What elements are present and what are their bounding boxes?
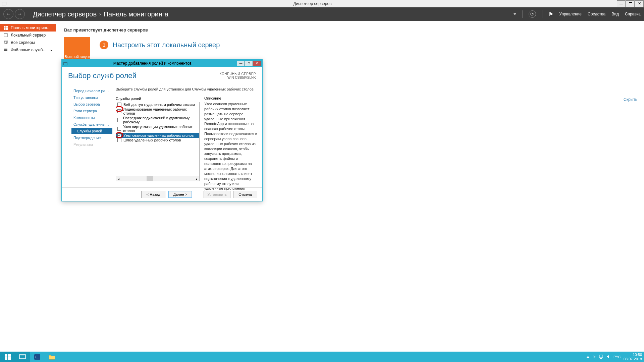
role-label: Посредник подключений к удаленному рабоч… [123,116,198,124]
chevron-right-icon: › [99,11,101,17]
taskbar-item-powershell[interactable]: ›_ [30,352,45,362]
sidebar-item-label: Локальный сервер [11,33,46,38]
menu-manage[interactable]: Управление [559,12,582,16]
tray-flag-icon[interactable]: 🏳 [592,355,596,359]
wizard-step-server-roles[interactable]: Роли сервера [71,108,112,114]
os-window-title: Диспетчер серверов [8,1,617,6]
wizard-step-results: Результаты [71,141,112,147]
folder-icon [48,354,56,360]
nav-back-button[interactable]: ← [3,9,13,19]
scroll-right-icon[interactable]: ▸ [194,177,199,181]
scroll-left-icon[interactable]: ◂ [116,177,121,181]
tray-network-icon[interactable] [599,354,603,360]
svg-rect-8 [5,41,7,43]
wizard-step-features[interactable]: Компоненты [71,115,112,121]
wizard-step-server-selection[interactable]: Выбор сервера [71,101,112,107]
step-number-badge: 1 [100,41,108,49]
checkbox-icon[interactable]: ✔ [117,133,121,137]
svg-rect-12 [5,354,7,357]
role-item-gateway[interactable]: Шлюз удаленных рабочих столов [116,138,199,142]
dest-server-name: WIN-C99I5IVSLNK [220,76,256,79]
svg-rect-10 [4,50,7,51]
configure-local-server-link[interactable]: Настроить этот локальный сервер [112,41,220,49]
os-minimize-button[interactable]: — [617,0,626,7]
nav-forward-button[interactable]: → [15,9,25,19]
wizard-steps-nav: Перед началом работы Тип установки Выбор… [62,85,112,187]
quick-start-tile: Быстрый запуск [64,37,90,59]
os-titlebar: Диспетчер серверов — 🗖 ✕ [0,0,644,7]
role-label: Узел сеансов удаленных рабочих столов [123,133,194,137]
start-button[interactable] [0,352,15,362]
role-item-virtualization-host[interactable]: Узел виртуализации удаленных рабочих сто… [116,124,199,133]
role-label: Лицензирование удаленных рабочих столов [123,107,198,115]
role-item-web-access[interactable]: Веб-доступ к удаленным рабочим столам [116,102,199,107]
description-text: Узел сеансов удаленных рабочих столов по… [204,102,257,196]
scroll-thumb[interactable] [147,176,153,181]
separator [542,10,542,18]
svg-rect-20 [599,355,603,358]
tray-clock[interactable]: 10:50 03.07.2018 [624,353,642,361]
powershell-icon: ›_ [34,354,41,360]
sidebar-item-label: Все серверы [11,40,35,45]
taskbar-item-explorer[interactable] [45,352,59,362]
checkbox-icon[interactable] [117,127,121,131]
role-label: Веб-доступ к удаленным рабочим столам [123,103,195,107]
checkbox-icon[interactable] [117,103,121,107]
os-close-button[interactable]: ✕ [635,0,644,7]
quick-start-label: Быстрый запуск [65,55,90,59]
menu-help[interactable]: Справка [625,12,641,16]
tray-date: 03.07.2018 [624,357,642,361]
svg-rect-11 [64,62,67,65]
os-maximize-button[interactable]: 🗖 [626,0,635,7]
wizard-maximize-button[interactable]: □ [245,61,253,66]
role-label: Шлюз удаленных рабочих столов [123,138,181,142]
sidebar-item-all-servers[interactable]: Все серверы [0,39,56,46]
file-services-icon [3,48,8,52]
wizard-next-button[interactable]: Далее > [168,191,192,198]
tray-language[interactable]: РУС [613,355,621,359]
role-item-licensing[interactable]: ✔ Лицензирование удаленных рабочих столо… [116,107,199,116]
taskbar-item-server-manager[interactable] [15,352,30,362]
menu-view[interactable]: Вид [611,12,619,16]
add-roles-wizard: Мастер добавления ролей и компонентов — … [61,59,263,201]
flag-icon[interactable]: ⚑ [548,11,553,17]
role-label: Узел виртуализации удаленных рабочих сто… [123,125,198,133]
separator [522,10,523,18]
checkbox-icon[interactable] [117,118,121,122]
tray-overflow-icon[interactable] [586,356,590,358]
server-icon [3,33,8,38]
roles-horizontal-scrollbar[interactable]: ◂ ▸ [116,176,200,181]
role-item-connection-broker[interactable]: Посредник подключений к удаленному рабоч… [116,116,199,124]
svg-rect-14 [5,357,7,360]
hide-link[interactable]: Скрыть [624,97,637,102]
tray-volume-icon[interactable] [606,354,611,360]
wizard-icon [63,61,68,66]
wizard-step-before-you-begin[interactable]: Перед началом работы [71,88,112,94]
wizard-step-rds[interactable]: Службы удаленных рабо... [71,121,112,127]
menu-tools[interactable]: Средства [588,12,605,16]
checkbox-icon[interactable] [117,138,121,142]
wizard-minimize-button[interactable]: — [237,61,245,66]
breadcrumb: Диспетчер серверов › Панель мониторинга [33,10,168,18]
wizard-step-confirmation[interactable]: Подтверждение [71,135,112,141]
sidebar-item-local-server[interactable]: Локальный сервер [0,32,56,39]
roles-listbox[interactable]: Веб-доступ к удаленным рабочим столам ✔ … [116,102,200,176]
svg-rect-5 [6,28,8,30]
svg-rect-9 [4,49,7,50]
sidebar-item-file-services[interactable]: Файловые службы и сл... ▸ [0,46,56,54]
refresh-icon[interactable]: ⟳ [529,10,536,18]
wizard-cancel-button[interactable]: Отмена [233,191,257,198]
wizard-step-role-services[interactable]: Службы ролей [71,128,112,134]
breadcrumb-app: Диспетчер серверов [33,10,97,18]
svg-rect-6 [4,34,7,37]
wizard-close-button[interactable]: ✕ [253,61,261,66]
checkbox-icon[interactable]: ✔ [117,109,121,113]
wizard-step-install-type[interactable]: Тип установки [71,95,112,101]
svg-rect-15 [8,357,11,360]
wizard-back-button[interactable]: < Назад [141,191,165,198]
role-item-session-host[interactable]: ✔ Узел сеансов удаленных рабочих столов [116,133,199,138]
svg-rect-1 [3,3,5,3]
sidebar-item-dashboard[interactable]: Панель мониторинга [0,24,56,32]
nav-dropdown-icon[interactable] [514,13,516,15]
wizard-titlebar[interactable]: Мастер добавления ролей и компонентов — … [62,60,262,67]
